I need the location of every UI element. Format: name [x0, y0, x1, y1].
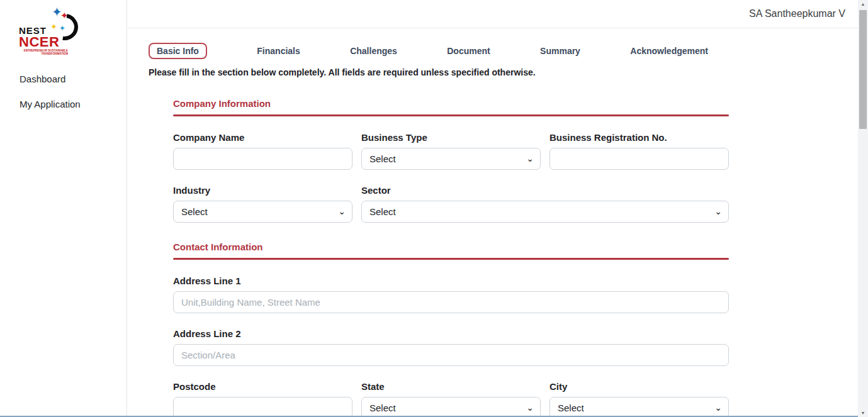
company-name-label: Company Name — [173, 132, 352, 143]
vertical-scrollbar[interactable]: ▲ ▼ — [858, 0, 868, 417]
sidebar-nav: Dashboard My Application — [20, 73, 81, 123]
city-label: City — [550, 381, 729, 392]
section-title-company-information: Company Information — [173, 98, 729, 109]
top-bar: SA Santheepkumar V — [128, 0, 858, 28]
logo-tagline-line2: TRANSFORMATION — [42, 52, 68, 55]
basic-info-form: Company Information Company Name Busines… — [173, 98, 729, 417]
scrollbar-up-arrow-icon[interactable]: ▲ — [858, 2, 868, 6]
address-line-1-label: Address Line 1 — [173, 275, 729, 287]
state-select[interactable]: Select — [361, 397, 541, 417]
industry-field: Industry Select ⌄ — [173, 185, 352, 223]
address-line-1-field: Address Line 1 — [173, 275, 729, 313]
tab-challenges[interactable]: Challenges — [350, 46, 397, 56]
sector-select[interactable]: Select — [361, 201, 729, 223]
business-registration-no-input[interactable] — [550, 148, 729, 170]
company-name-input[interactable] — [173, 148, 352, 170]
section-divider — [173, 114, 729, 116]
sidebar-item-my-application[interactable]: My Application — [20, 98, 81, 110]
business-type-field: Business Type Select ⌄ — [361, 132, 541, 170]
app-root: ✦ ✦ ✦ ✦ NEST NCER ENTREPRENEUR SUSTAINAB… — [0, 0, 868, 417]
city-select[interactable]: Select — [550, 397, 729, 417]
logo-tagline: ENTREPRENEUR SUSTAINABLE TRANSFORMATION — [19, 49, 68, 55]
postcode-label: Postcode — [173, 381, 352, 392]
company-fields-row-1: Company Name Business Type Select ⌄ Busi… — [173, 132, 729, 170]
scrollbar-down-arrow-icon[interactable]: ▼ — [858, 411, 868, 415]
business-registration-no-field: Business Registration No. — [550, 132, 729, 170]
address-line-1-input[interactable] — [173, 291, 729, 313]
logo-text-ncer: NCER — [19, 34, 59, 50]
business-registration-no-label: Business Registration No. — [550, 132, 729, 143]
scrollbar-thumb[interactable] — [859, 10, 867, 129]
address-line-2-field: Address Line 2 — [173, 328, 729, 366]
contact-fields-row-3: Postcode State Select ⌄ City — [173, 381, 729, 417]
address-line-2-label: Address Line 2 — [173, 328, 729, 340]
business-type-label: Business Type — [361, 132, 541, 143]
section-title-contact-information: Contact Information — [173, 242, 729, 252]
tab-acknowledgement[interactable]: Acknowledgement — [630, 46, 708, 56]
company-fields-row-2: Industry Select ⌄ Sector Select ⌄ — [173, 185, 729, 223]
business-type-select[interactable]: Select — [361, 148, 541, 170]
tab-basic-info[interactable]: Basic Info — [149, 43, 207, 59]
instruction-text: Please fill in the section below complet… — [149, 67, 858, 77]
address-line-2-input[interactable] — [173, 344, 729, 366]
industry-label: Industry — [173, 185, 352, 196]
postcode-input[interactable] — [173, 397, 352, 417]
tab-financials[interactable]: Financials — [257, 46, 300, 56]
industry-select[interactable]: Select — [173, 201, 352, 223]
user-name[interactable]: SA Santheepkumar V — [749, 8, 845, 19]
state-label: State — [361, 381, 541, 392]
section-divider — [173, 258, 729, 260]
sector-field: Sector Select ⌄ — [361, 185, 729, 223]
sidebar-item-dashboard[interactable]: Dashboard — [20, 73, 81, 85]
main-content: Basic Info Financials Challenges Documen… — [128, 29, 858, 417]
company-name-field: Company Name — [173, 132, 352, 170]
state-field: State Select ⌄ — [361, 381, 541, 417]
sector-label: Sector — [361, 185, 729, 196]
tab-document[interactable]: Document — [447, 46, 490, 56]
nest-ncer-logo: ✦ ✦ ✦ ✦ NEST NCER ENTREPRENEUR SUSTAINAB… — [19, 8, 88, 58]
postcode-field: Postcode — [173, 381, 352, 417]
sidebar: ✦ ✦ ✦ ✦ NEST NCER ENTREPRENEUR SUSTAINAB… — [0, 0, 127, 417]
tab-summary[interactable]: Summary — [540, 46, 580, 56]
city-field: City Select ⌄ — [550, 381, 729, 417]
tab-bar: Basic Info Financials Challenges Documen… — [149, 43, 708, 59]
